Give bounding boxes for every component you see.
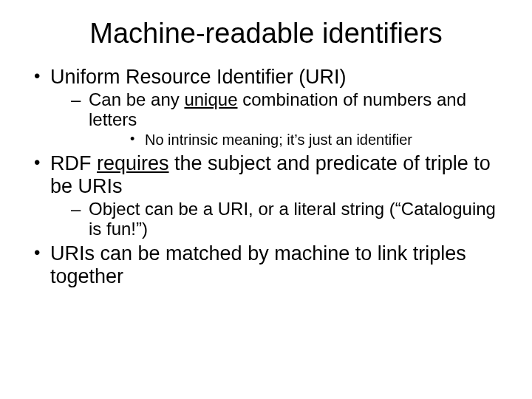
sub-list: Can be any unique combination of numbers… — [50, 90, 502, 148]
sub-sub-list: No intrinsic meaning; it’s just an ident… — [89, 132, 502, 148]
bullet-matched: URIs can be matched by machine to link t… — [30, 242, 502, 288]
slide: Machine-readable identifiers Uniform Res… — [0, 0, 532, 399]
sub-list: Object can be a URI, or a literal string… — [50, 200, 502, 239]
bullet-uri: Uniform Resource Identifier (URI) Can be… — [30, 66, 502, 148]
underlined-word: requires — [97, 152, 169, 174]
slide-title: Machine-readable identifiers — [30, 18, 502, 50]
bullet-uri-unique: Can be any unique combination of numbers… — [50, 90, 502, 148]
bullet-object: Object can be a URI, or a literal string… — [50, 200, 502, 239]
bullet-uri-text: Uniform Resource Identifier (URI) — [50, 66, 347, 88]
underlined-word: unique — [184, 89, 237, 109]
bullet-rdf: RDF requires the subject and predicate o… — [30, 152, 502, 239]
text-fragment: RDF — [50, 152, 97, 174]
text-fragment: Can be any — [89, 89, 184, 109]
bullet-list: Uniform Resource Identifier (URI) Can be… — [30, 66, 502, 288]
bullet-no-meaning: No intrinsic meaning; it’s just an ident… — [89, 132, 502, 148]
